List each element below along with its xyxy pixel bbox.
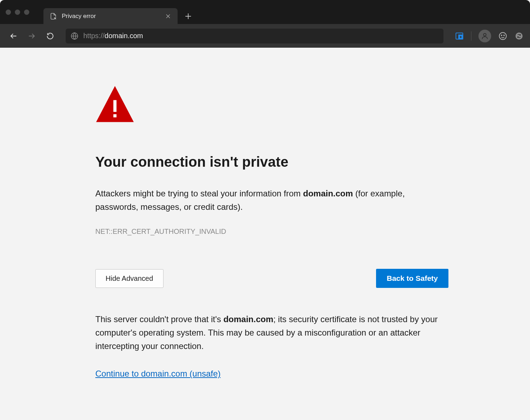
- tracking-prevention-icon[interactable]: [455, 31, 464, 41]
- svg-point-18: [516, 32, 523, 40]
- button-row: Hide Advanced Back to Safety: [95, 269, 448, 288]
- url-protocol: https://: [83, 32, 105, 40]
- forward-button[interactable]: [25, 29, 39, 43]
- new-tab-button[interactable]: [181, 9, 195, 23]
- toolbar-right: [455, 30, 524, 42]
- page-content: Your connection isn't private Attackers …: [0, 48, 530, 379]
- url-domain: domain.com: [105, 32, 143, 40]
- sync-icon[interactable]: [514, 31, 524, 41]
- svg-point-16: [501, 35, 502, 36]
- back-to-safety-button[interactable]: Back to Safety: [376, 269, 448, 288]
- reload-button[interactable]: [43, 29, 57, 43]
- address-bar[interactable]: https://domain.com: [66, 29, 443, 43]
- svg-rect-20: [113, 100, 117, 112]
- browser-tab[interactable]: Privacy error: [43, 8, 178, 24]
- advanced-pre: This server couldn't prove that it's: [95, 314, 224, 324]
- window-controls: [6, 10, 29, 15]
- window-maximize-button[interactable]: [24, 10, 29, 15]
- toolbar: https://domain.com: [0, 24, 530, 48]
- advanced-details: This server couldn't prove that it's dom…: [95, 313, 448, 353]
- tab-title: Privacy error: [62, 13, 160, 20]
- profile-button[interactable]: [478, 30, 491, 42]
- svg-point-17: [504, 35, 505, 36]
- error-heading: Your connection isn't private: [95, 154, 448, 170]
- error-desc-pre: Attackers might be trying to steal your …: [95, 189, 303, 198]
- tab-bar: Privacy error: [0, 0, 530, 24]
- insecure-page-icon: [50, 13, 57, 20]
- url-text: https://domain.com: [83, 32, 143, 40]
- error-desc-domain: domain.com: [303, 189, 353, 198]
- svg-point-15: [499, 32, 506, 40]
- svg-rect-21: [113, 114, 117, 117]
- window-close-button[interactable]: [6, 10, 11, 15]
- feedback-icon[interactable]: [498, 31, 507, 41]
- window-minimize-button[interactable]: [15, 10, 20, 15]
- continue-unsafe-link[interactable]: Continue to domain.com (unsafe): [95, 369, 221, 378]
- warning-triangle-icon: [95, 84, 448, 125]
- svg-point-14: [483, 33, 486, 36]
- browser-chrome: Privacy error: [0, 0, 530, 48]
- back-button[interactable]: [6, 29, 20, 43]
- error-container: Your connection isn't private Attackers …: [95, 84, 448, 379]
- error-description: Attackers might be trying to steal your …: [95, 187, 448, 213]
- tab-close-button[interactable]: [165, 13, 171, 19]
- error-code: NET::ERR_CERT_AUTHORITY_INVALID: [95, 227, 448, 236]
- globe-icon: [71, 32, 78, 40]
- toolbar-divider: [471, 31, 471, 41]
- advanced-domain: domain.com: [224, 314, 273, 324]
- hide-advanced-button[interactable]: Hide Advanced: [95, 269, 163, 288]
